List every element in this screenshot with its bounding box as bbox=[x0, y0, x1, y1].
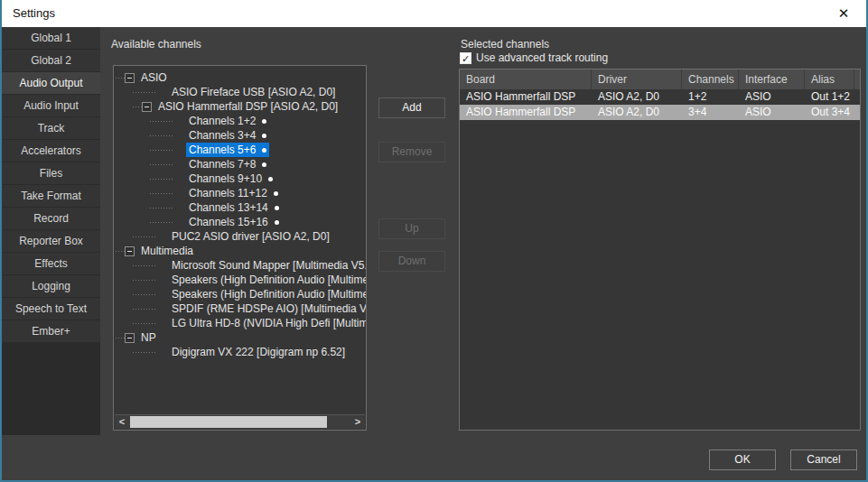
sidebar-item-accelerators[interactable]: Accelerators bbox=[2, 140, 100, 162]
sidebar-item-speech-to-text[interactable]: Speech to Text bbox=[2, 298, 100, 320]
column-header-alias[interactable]: Alias bbox=[805, 70, 854, 89]
sidebar-item-audio-output[interactable]: Audio Output bbox=[2, 72, 100, 94]
ok-button[interactable]: OK bbox=[709, 450, 776, 470]
tree-item-label: Speakers (High Definition Audio [Multime… bbox=[169, 287, 366, 301]
tree-item-label: LG Ultra HD-8 (NVIDIA High Defi [Multime… bbox=[169, 316, 366, 330]
tree-item-spdif-rme-hdspe-aio-multimedia-v10-0[interactable]: SPDIF (RME HDSPe AIO) [Multimedia V10.0] bbox=[114, 301, 366, 316]
column-header-board[interactable]: Board bbox=[460, 70, 592, 89]
sidebar-item-global-1[interactable]: Global 1 bbox=[2, 27, 100, 49]
titlebar: Settings ✕ bbox=[2, 0, 866, 27]
sidebar-item-take-format[interactable]: Take Format bbox=[2, 185, 100, 207]
up-button[interactable]: Up bbox=[378, 218, 445, 239]
dialog-body: Global 1Global 2Audio OutputAudio InputT… bbox=[2, 27, 866, 480]
tree-item-channels-13-14[interactable]: Channels 13+14 bbox=[114, 200, 366, 215]
tree-item-label: Channels 3+4 bbox=[186, 128, 269, 143]
tree-connector bbox=[150, 179, 173, 180]
scroll-left-icon[interactable]: < bbox=[115, 415, 129, 429]
add-button[interactable]: Add bbox=[378, 97, 445, 118]
down-button[interactable]: Down bbox=[378, 251, 445, 272]
collapse-minus-icon[interactable] bbox=[125, 73, 135, 83]
sidebar-item-effects[interactable]: Effects bbox=[2, 253, 100, 274]
column-header-driver[interactable]: Driver bbox=[592, 70, 682, 89]
tree-connector bbox=[116, 78, 125, 79]
tree-item-np[interactable]: NP bbox=[114, 330, 366, 345]
tree-item-channels-7-8[interactable]: Channels 7+8 bbox=[114, 157, 366, 171]
tree-item-microsoft-sound-mapper-multimedia-v5-0[interactable]: Microsoft Sound Mapper [Multimedia V5.0] bbox=[114, 258, 366, 273]
tree-item-label: PUC2 ASIO driver [ASIO A2, D0] bbox=[169, 229, 332, 244]
tree-item-speakers-high-definition-audio-multimedia-v[interactable]: Speakers (High Definition Audio [Multime… bbox=[114, 287, 366, 301]
channel-bullet-icon bbox=[274, 191, 278, 196]
cell-alias: Out 3+4 bbox=[805, 105, 854, 120]
sidebar-item-record[interactable]: Record bbox=[2, 208, 100, 229]
tree-item-label: Multimedia bbox=[138, 244, 196, 258]
sidebar-item-audio-input[interactable]: Audio Input bbox=[2, 95, 100, 116]
tree-item-label: Channels 1+2 bbox=[186, 114, 269, 128]
tree-connector bbox=[150, 164, 173, 165]
tree-connector bbox=[133, 323, 155, 324]
table-header-row: BoardDriverChannelsInterfaceAlias bbox=[460, 70, 860, 89]
tree-item-lg-ultra-hd-8-nvidia-high-defi-multimedia-v[interactable]: LG Ultra HD-8 (NVIDIA High Defi [Multime… bbox=[114, 316, 366, 330]
sidebar-item-ember[interactable]: Ember+ bbox=[2, 320, 100, 342]
tree-item-speakers-high-definition-audio-multimedia-v[interactable]: Speakers (High Definition Audio [Multime… bbox=[114, 273, 366, 287]
cell-interface: ASIO bbox=[739, 105, 805, 120]
collapse-minus-icon[interactable] bbox=[125, 246, 135, 256]
table-row[interactable]: ASIO Hammerfall DSPASIO A2, D03+4ASIOOut… bbox=[460, 105, 860, 120]
settings-sidebar: Global 1Global 2Audio OutputAudio InputT… bbox=[2, 27, 100, 435]
horizontal-scrollbar[interactable]: < > bbox=[115, 414, 365, 429]
sidebar-item-global-2[interactable]: Global 2 bbox=[2, 50, 100, 71]
channel-tree: ASIOASIO Fireface USB [ASIO A2, D0]ASIO … bbox=[114, 70, 366, 359]
sidebar-item-files[interactable]: Files bbox=[2, 162, 100, 184]
column-header-interface[interactable]: Interface bbox=[739, 70, 805, 89]
tree-item-label: Channels 7+8 bbox=[186, 157, 269, 171]
cancel-button[interactable]: Cancel bbox=[790, 450, 857, 470]
collapse-minus-icon[interactable] bbox=[125, 333, 135, 343]
table-row[interactable]: ASIO Hammerfall DSPASIO A2, D01+2ASIOOut… bbox=[460, 89, 860, 105]
tree-item-channels-9-10[interactable]: Channels 9+10 bbox=[114, 171, 366, 186]
tree-connector bbox=[133, 294, 155, 295]
tree-connector bbox=[150, 121, 173, 122]
available-channels-tree-panel: ASIOASIO Fireface USB [ASIO A2, D0]ASIO … bbox=[113, 65, 367, 431]
selected-channels-table: BoardDriverChannelsInterfaceAlias ASIO H… bbox=[459, 69, 861, 431]
channel-bullet-icon bbox=[262, 148, 266, 153]
tree-connector bbox=[116, 251, 125, 252]
window-title: Settings bbox=[13, 0, 55, 27]
tree-item-channels-5-6[interactable]: Channels 5+6 bbox=[114, 143, 366, 157]
tree-item-label: ASIO Fireface USB [ASIO A2, D0] bbox=[169, 85, 338, 99]
tree-item-channels-3-4[interactable]: Channels 3+4 bbox=[114, 128, 366, 143]
advanced-routing-checkbox-label: Use advanced track routing bbox=[476, 51, 608, 64]
scroll-right-icon[interactable]: > bbox=[350, 415, 365, 429]
sidebar-item-track[interactable]: Track bbox=[2, 117, 100, 139]
tree-item-multimedia[interactable]: Multimedia bbox=[114, 244, 366, 258]
tree-connector bbox=[133, 352, 155, 353]
cell-driver: ASIO A2, D0 bbox=[592, 105, 682, 120]
settings-window: Settings ✕ Global 1Global 2Audio OutputA… bbox=[0, 0, 868, 482]
tree-connector bbox=[150, 150, 173, 151]
tree-item-channels-1-2[interactable]: Channels 1+2 bbox=[114, 114, 366, 128]
channel-bullet-icon bbox=[275, 206, 279, 210]
tree-connector bbox=[150, 222, 173, 223]
tree-item-label: Microsoft Sound Mapper [Multimedia V5.0] bbox=[169, 258, 366, 273]
tree-connector bbox=[150, 135, 173, 136]
tree-connector bbox=[133, 236, 155, 237]
remove-button[interactable]: Remove bbox=[378, 142, 445, 162]
advanced-routing-checkbox[interactable]: ✓ bbox=[460, 52, 471, 64]
close-icon[interactable]: ✕ bbox=[828, 0, 859, 27]
tree-item-digigram-vx-222-digigram-np-6-52[interactable]: Digigram VX 222 [Digigram np 6.52] bbox=[114, 345, 366, 359]
channel-bullet-icon bbox=[262, 162, 266, 167]
tree-item-asio[interactable]: ASIO bbox=[114, 70, 366, 85]
tree-item-channels-15-16[interactable]: Channels 15+16 bbox=[114, 215, 366, 229]
tree-item-puc2-asio-driver-asio-a2-d0[interactable]: PUC2 ASIO driver [ASIO A2, D0] bbox=[114, 229, 366, 244]
tree-item-channels-11-12[interactable]: Channels 11+12 bbox=[114, 186, 366, 200]
collapse-minus-icon[interactable] bbox=[142, 102, 152, 112]
tree-item-label: Speakers (High Definition Audio [Multime… bbox=[169, 273, 366, 287]
column-header-channels[interactable]: Channels bbox=[682, 70, 739, 89]
cell-board: ASIO Hammerfall DSP bbox=[460, 89, 592, 105]
sidebar-item-reporter-box[interactable]: Reporter Box bbox=[2, 230, 100, 252]
scrollbar-thumb[interactable] bbox=[130, 416, 327, 428]
tree-item-asio-hammerfall-dsp-asio-a2-d0[interactable]: ASIO Hammerfall DSP [ASIO A2, D0] bbox=[114, 99, 366, 114]
sidebar-item-logging[interactable]: Logging bbox=[2, 275, 100, 297]
cell-interface: ASIO bbox=[739, 89, 805, 105]
tree-item-asio-fireface-usb-asio-a2-d0[interactable]: ASIO Fireface USB [ASIO A2, D0] bbox=[114, 85, 366, 99]
tree-item-label: Channels 11+12 bbox=[186, 186, 281, 200]
tree-item-label: Channels 13+14 bbox=[186, 200, 282, 215]
